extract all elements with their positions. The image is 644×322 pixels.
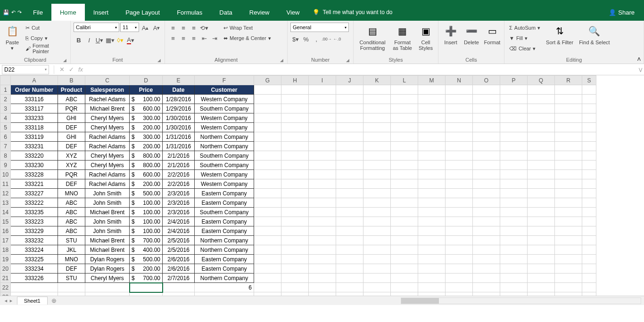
cell[interactable] <box>418 113 446 123</box>
cell[interactable]: STU <box>58 236 85 245</box>
cell[interactable] <box>582 264 596 274</box>
cell[interactable] <box>528 255 555 264</box>
cell[interactable] <box>391 245 418 255</box>
column-header[interactable]: B <box>58 76 85 85</box>
cell[interactable] <box>58 292 85 296</box>
cell[interactable] <box>418 236 446 245</box>
cell[interactable] <box>254 161 281 170</box>
cell[interactable]: GHI <box>58 132 85 142</box>
cell[interactable] <box>363 217 391 226</box>
increase-indent-button[interactable]: ⇥ <box>209 33 220 43</box>
cell[interactable] <box>528 198 555 208</box>
column-header[interactable]: P <box>500 76 528 85</box>
cell[interactable] <box>254 104 281 113</box>
cell[interactable] <box>309 283 336 292</box>
cell[interactable] <box>473 161 500 170</box>
cell[interactable]: Eastern Company <box>195 226 254 236</box>
cell[interactable] <box>309 217 336 226</box>
cell[interactable] <box>254 151 281 161</box>
cell[interactable] <box>528 236 555 245</box>
cell[interactable] <box>254 264 281 274</box>
cell[interactable] <box>281 123 309 132</box>
cell[interactable] <box>555 208 582 217</box>
cell[interactable] <box>281 208 309 217</box>
cell[interactable] <box>555 236 582 245</box>
row-header[interactable]: 15 <box>0 217 11 226</box>
cell[interactable] <box>281 245 309 255</box>
row-header[interactable]: 2 <box>0 95 11 104</box>
cell[interactable]: STU <box>58 274 85 283</box>
cell[interactable]: Product <box>58 85 85 95</box>
cell[interactable] <box>528 161 555 170</box>
cell[interactable] <box>500 104 528 113</box>
cell[interactable]: Cheryl Myers <box>85 161 130 170</box>
cell[interactable] <box>582 104 596 113</box>
cell[interactable] <box>473 189 500 198</box>
cell[interactable] <box>555 170 582 179</box>
cell[interactable] <box>582 245 596 255</box>
cell[interactable] <box>418 95 446 104</box>
row-header[interactable]: 12 <box>0 189 11 198</box>
cell[interactable] <box>254 226 281 236</box>
cell[interactable] <box>446 113 473 123</box>
cell[interactable] <box>500 85 528 95</box>
tell-me-search[interactable]: 💡 Tell me what you want to do <box>308 4 392 21</box>
cell[interactable] <box>473 170 500 179</box>
cell[interactable]: $800.00 <box>130 151 163 161</box>
cell[interactable]: Southern Company <box>195 151 254 161</box>
column-header[interactable]: I <box>309 76 336 85</box>
select-all-cell[interactable] <box>0 76 11 85</box>
cell[interactable] <box>363 274 391 283</box>
decrease-decimal-button[interactable]: ←.0 <box>332 34 342 44</box>
cell[interactable]: GHI <box>58 113 85 123</box>
comma-format-button[interactable]: , <box>311 34 322 44</box>
column-header[interactable]: L <box>391 76 418 85</box>
cell[interactable] <box>500 170 528 179</box>
cell[interactable] <box>363 264 391 274</box>
cell[interactable] <box>85 283 130 292</box>
cell[interactable]: $200.00 <box>130 123 163 132</box>
cell[interactable] <box>254 255 281 264</box>
cell[interactable]: 2/1/2016 <box>163 151 195 161</box>
cell[interactable] <box>528 123 555 132</box>
cell[interactable]: $100.00 <box>130 95 163 104</box>
cell[interactable] <box>555 85 582 95</box>
cell[interactable] <box>555 113 582 123</box>
cell[interactable] <box>528 85 555 95</box>
cell[interactable] <box>582 161 596 170</box>
cell[interactable] <box>473 198 500 208</box>
cell[interactable]: Michael Brent <box>85 245 130 255</box>
row-header[interactable]: 18 <box>0 245 11 255</box>
cell[interactable] <box>363 283 391 292</box>
column-header[interactable]: E <box>163 76 195 85</box>
cell[interactable] <box>391 292 418 296</box>
cell[interactable] <box>418 264 446 274</box>
cell[interactable] <box>473 85 500 95</box>
cell[interactable] <box>309 132 336 142</box>
cell[interactable] <box>473 123 500 132</box>
cell[interactable] <box>391 142 418 151</box>
row-header[interactable]: 4 <box>0 113 11 123</box>
cell[interactable]: $300.00 <box>130 113 163 123</box>
cell[interactable] <box>582 255 596 264</box>
copy-button[interactable]: ⎘Copy ▾ <box>24 33 67 43</box>
cell[interactable]: Western Company <box>195 179 254 189</box>
cell[interactable]: $300.00 <box>130 132 163 142</box>
cell[interactable] <box>254 132 281 142</box>
cell[interactable] <box>500 226 528 236</box>
cell[interactable] <box>418 170 446 179</box>
column-header[interactable]: O <box>473 76 500 85</box>
cell[interactable] <box>473 113 500 123</box>
cell[interactable]: Northern Company <box>195 132 254 142</box>
cell[interactable] <box>336 179 363 189</box>
cell[interactable] <box>418 283 446 292</box>
cell[interactable]: Southern Company <box>195 208 254 217</box>
cell[interactable]: Northern Company <box>195 274 254 283</box>
align-center-button[interactable]: ≡ <box>178 33 189 43</box>
undo-icon[interactable]: ↶ <box>11 9 16 16</box>
cell[interactable] <box>582 226 596 236</box>
cell[interactable]: Northern Company <box>195 245 254 255</box>
name-box[interactable]: D22▾ <box>2 65 49 74</box>
cell[interactable] <box>254 198 281 208</box>
cell[interactable]: 2/3/2016 <box>163 189 195 198</box>
